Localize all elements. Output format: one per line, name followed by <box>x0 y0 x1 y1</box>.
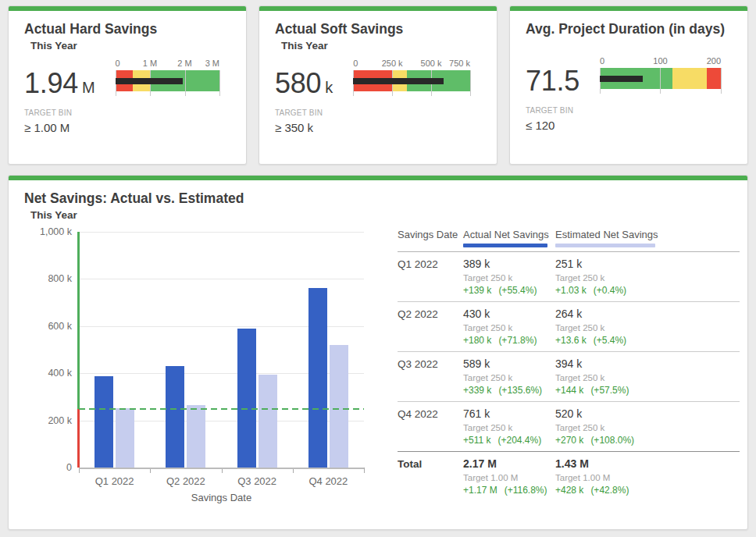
y-axis-line <box>77 232 80 409</box>
kpi-value-group: 1.94 M <box>24 69 95 98</box>
table-cell: 394 kTarget 250 k+144 k(+57.5%) <box>555 357 740 396</box>
target-bin-value: ≤ 120 <box>526 119 735 132</box>
card-subtitle: This Year <box>30 40 234 52</box>
bullet-tick-label: 500 k <box>421 59 442 68</box>
bar-actual-q4-2022[interactable] <box>308 288 327 468</box>
bullet-gridline <box>660 68 661 94</box>
target-bin-label: TARGET BIN <box>24 108 234 117</box>
bar-estimated-q3-2022[interactable] <box>259 375 277 468</box>
y-axis-label: 0 <box>66 462 72 473</box>
kpi-card-avg-project-duration[interactable]: Avg. Project Duration (in days) 71.5 010… <box>509 5 748 165</box>
bullet-chart: 0100200 <box>600 55 721 89</box>
bullet-tick-label: 2 M <box>177 59 191 68</box>
table-cell: 589 kTarget 250 k+339 k(+135.6%) <box>463 357 555 396</box>
kpi-card-actual-soft-savings[interactable]: Actual Soft Savings This Year 580 k 0250… <box>259 5 497 165</box>
kpi-value-group: 71.5 <box>526 66 579 96</box>
kpi-card-actual-hard-savings[interactable]: Actual Hard Savings This Year 1.94 M 01 … <box>8 5 247 165</box>
target-bin-label: TARGET BIN <box>526 106 735 115</box>
bullet-tick-label: 1 M <box>143 59 157 68</box>
table-row[interactable]: Q3 2022589 kTarget 250 k+339 k(+135.6%)3… <box>398 352 740 402</box>
card-accent-bar <box>510 6 747 11</box>
kpi-value: 1.94 <box>24 69 78 98</box>
table-row[interactable]: Q4 2022761 kTarget 250 k+511 k(+204.4%)5… <box>398 402 740 452</box>
column-header[interactable]: Actual Net Savings <box>463 222 555 247</box>
table-cell: 520 kTarget 250 k+270 k(+108.0%) <box>555 407 740 446</box>
y-axis-label: 600 k <box>48 321 72 332</box>
bullet-band <box>672 68 707 89</box>
series-legend-bar <box>555 244 655 247</box>
card-title: Avg. Project Duration (in days) <box>526 21 735 37</box>
bullet-tick-label: 750 k <box>449 59 470 68</box>
table-cell: 251 kTarget 250 k+1.03 k(+0.4%) <box>555 258 740 296</box>
card-title: Actual Soft Savings <box>275 21 484 37</box>
table-header-row: Savings DateActual Net SavingsEstimated … <box>398 222 740 252</box>
net-savings-table: Savings DateActual Net SavingsEstimated … <box>398 222 740 501</box>
table-cell: 430 kTarget 250 k+180 k(+71.8%) <box>463 308 555 346</box>
kpi-value: 71.5 <box>526 66 579 96</box>
bullet-gridline <box>721 68 722 94</box>
bullet-gridline <box>219 70 220 96</box>
x-axis-label: Q3 2022 <box>237 475 276 487</box>
bullet-tick-label: 100 <box>653 56 667 66</box>
kpi-unit: k <box>325 79 333 97</box>
table-total-row[interactable]: Total2.17 MTarget 1.00 M+1.17 M(+116.8%)… <box>398 451 740 501</box>
x-axis-title: Savings Date <box>79 492 364 503</box>
y-axis-label: 1,000 k <box>40 226 72 237</box>
column-header[interactable]: Savings Date <box>398 222 463 240</box>
series-legend-bar <box>463 244 547 247</box>
table-cell: 389 kTarget 250 k+139 k(+55.4%) <box>463 258 555 296</box>
bar-estimated-q2-2022[interactable] <box>187 405 205 468</box>
kpi-value-group: 580 k <box>275 69 333 98</box>
column-header[interactable]: Estimated Net Savings <box>555 222 740 247</box>
bullet-tick-label: 0 <box>116 59 120 68</box>
table-cell: 761 kTarget 250 k+511 k(+204.4%) <box>463 407 555 446</box>
target-bin-value: ≥ 350 k <box>275 121 484 134</box>
x-axis-label: Q2 2022 <box>166 475 205 487</box>
y-axis-line <box>77 409 80 468</box>
kpi-value: 580 <box>275 69 321 98</box>
x-axis-tick <box>364 468 365 473</box>
chart-title: Net Savings: Actual vs. Estimated <box>24 190 735 207</box>
bullet-gridline <box>185 70 186 96</box>
card-title: Actual Hard Savings <box>24 21 234 37</box>
target-bin-value: ≥ 1.00 M <box>24 121 234 134</box>
bar-estimated-q1-2022[interactable] <box>116 408 134 468</box>
bullet-gridline <box>470 70 471 96</box>
card-subtitle: This Year <box>281 40 484 52</box>
table-row[interactable]: Q1 2022389 kTarget 250 k+139 k(+55.4%)25… <box>398 252 740 302</box>
card-accent-bar <box>9 176 747 180</box>
target-line <box>79 408 364 411</box>
bar-chart-plot: 0200 k400 k600 k800 k1,000 kQ1 2022Q2 20… <box>79 232 364 468</box>
gridline <box>79 279 364 279</box>
gridline <box>79 232 364 233</box>
x-axis-line <box>79 468 364 469</box>
x-axis-label: Q1 2022 <box>95 475 134 487</box>
table-cell: 2.17 MTarget 1.00 M+1.17 M(+116.8%) <box>463 457 555 496</box>
bullet-chart: 0250 k500 k750 k <box>353 58 470 91</box>
table-cell: 264 kTarget 250 k+13.6 k(+5.4%) <box>555 308 740 346</box>
table-cell: 1.43 MTarget 1.00 M+428 k(+42.8%) <box>555 457 740 496</box>
table-row[interactable]: Q2 2022430 kTarget 250 k+180 k(+71.8%)26… <box>398 302 740 352</box>
net-savings-chart-card[interactable]: Net Savings: Actual vs. Estimated This Y… <box>8 175 748 530</box>
bullet-tick-label: 0 <box>600 56 604 66</box>
bar-actual-q3-2022[interactable] <box>237 329 256 468</box>
chart-subtitle: This Year <box>30 209 735 221</box>
y-axis-label: 400 k <box>48 368 72 379</box>
card-accent-bar <box>259 6 497 11</box>
kpi-unit: M <box>82 79 95 97</box>
bar-actual-q2-2022[interactable] <box>166 366 184 468</box>
bar-estimated-q4-2022[interactable] <box>330 345 348 468</box>
card-accent-bar <box>9 6 246 11</box>
bullet-tick-label: 250 k <box>382 59 403 68</box>
bar-actual-q1-2022[interactable] <box>94 376 113 468</box>
target-bin-label: TARGET BIN <box>275 108 484 117</box>
bullet-measure-bar <box>353 78 444 84</box>
bullet-tick-label: 3 M <box>205 59 219 68</box>
bullet-measure-bar <box>116 78 183 84</box>
kpi-card-row: Actual Hard Savings This Year 1.94 M 01 … <box>8 5 748 165</box>
bullet-chart: 01 M2 M3 M <box>116 58 219 91</box>
bullet-tick-label: 0 <box>353 59 358 68</box>
y-axis-label: 800 k <box>48 273 72 284</box>
bullet-tick-label: 200 <box>707 56 721 66</box>
y-axis-label: 200 k <box>48 415 72 426</box>
